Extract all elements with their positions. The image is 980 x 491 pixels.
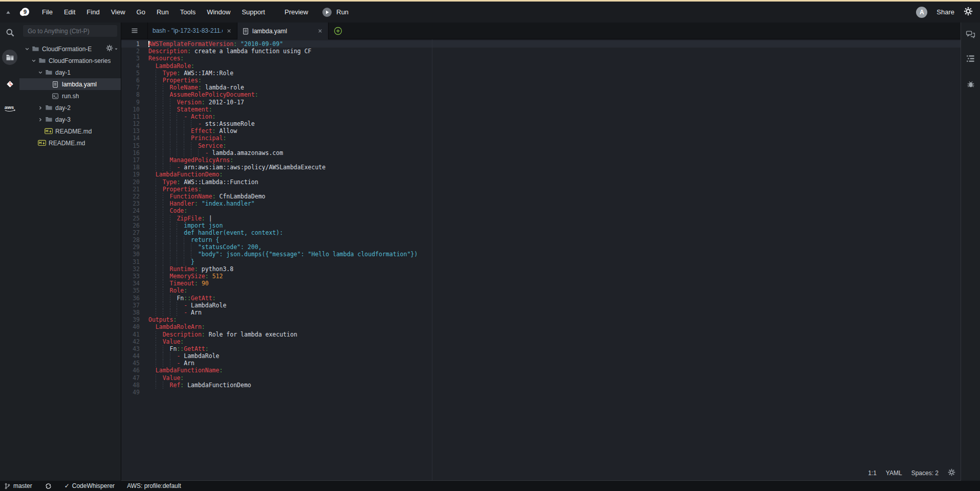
code-line[interactable]: return {: [148, 236, 961, 243]
tab-bash-ip-172-31-83-211-e[interactable]: bash - "ip-172-31-83-211.e: [148, 23, 237, 39]
code-line[interactable]: LambdaFunctionDemo:: [148, 171, 961, 178]
line-number[interactable]: 17: [121, 157, 145, 164]
tree-item-readme-md[interactable]: README.md: [19, 137, 121, 149]
line-number[interactable]: 13: [121, 127, 145, 135]
line-number[interactable]: 10: [121, 106, 145, 113]
menu-window[interactable]: Window: [201, 8, 236, 16]
code-line[interactable]: - LambdaRole: [148, 302, 961, 309]
code-line[interactable]: - sts:AssumeRole: [148, 120, 961, 127]
run-button[interactable]: Run: [322, 8, 349, 17]
menu-tools[interactable]: Tools: [175, 8, 201, 16]
line-number[interactable]: 48: [121, 382, 145, 389]
code-line[interactable]: AWSTemplateFormatVersion: "2010-09-09": [148, 40, 961, 48]
menu-find[interactable]: Find: [81, 8, 105, 16]
line-number[interactable]: 47: [121, 374, 145, 382]
line-number[interactable]: 41: [121, 331, 145, 338]
line-number[interactable]: 11: [121, 113, 145, 120]
code-line[interactable]: LambdaFunctionName:: [148, 367, 961, 374]
line-number[interactable]: 16: [121, 149, 145, 157]
cursor-position[interactable]: 1:1: [868, 470, 877, 477]
code-line[interactable]: MemorySize: 512: [148, 273, 961, 280]
code-line[interactable]: Properties:: [148, 77, 961, 84]
code-line[interactable]: Principal:: [148, 135, 961, 142]
menu-view[interactable]: View: [105, 8, 131, 16]
code-line[interactable]: "body": json.dumps({"message": "Hello la…: [148, 251, 961, 258]
line-number[interactable]: 31: [121, 258, 145, 265]
line-number[interactable]: 25: [121, 215, 145, 222]
line-number[interactable]: 15: [121, 142, 145, 149]
gutter[interactable]: 1234567891011121314151617181920212223242…: [121, 39, 145, 480]
git-branch-selector[interactable]: master: [4, 482, 32, 489]
code-line[interactable]: Version: 2012-10-17: [148, 99, 961, 106]
line-number[interactable]: 14: [121, 135, 145, 142]
line-number[interactable]: 20: [121, 178, 145, 186]
line-number[interactable]: 12: [121, 120, 145, 127]
code-line[interactable]: Description: Role for lambda execution: [148, 331, 961, 338]
collapse-menubar-icon[interactable]: [5, 9, 11, 15]
syntax-mode-button[interactable]: YAML: [886, 470, 902, 477]
line-number[interactable]: 4: [121, 62, 145, 70]
menu-run[interactable]: Run: [151, 8, 175, 16]
code-line[interactable]: - arn:aws:iam::aws:policy/AWSLambdaExecu…: [148, 164, 961, 171]
cloud9-logo-icon[interactable]: 9: [18, 6, 30, 18]
line-number[interactable]: 40: [121, 323, 145, 330]
rail-source-control-icon[interactable]: [5, 79, 15, 89]
preview-button[interactable]: Preview: [285, 8, 308, 16]
tree-item-run-sh[interactable]: run.sh: [19, 90, 121, 102]
share-button[interactable]: Share: [937, 8, 954, 16]
code-line[interactable]: RoleName: lambda-role: [148, 84, 961, 91]
code-line[interactable]: Code:: [148, 207, 961, 214]
rail-file-explorer-icon[interactable]: [2, 50, 17, 65]
code-line[interactable]: - Arn: [148, 360, 961, 367]
line-number[interactable]: 3: [121, 55, 145, 62]
line-number[interactable]: 49: [121, 389, 145, 396]
line-number[interactable]: 24: [121, 207, 145, 214]
line-number[interactable]: 46: [121, 367, 145, 374]
tree-item-day-3[interactable]: day-3: [19, 114, 121, 125]
code-line[interactable]: Type: AWS::IAM::Role: [148, 70, 961, 77]
goto-anything-input[interactable]: [23, 25, 117, 37]
line-number[interactable]: 39: [121, 316, 145, 323]
line-number[interactable]: 28: [121, 236, 145, 243]
line-number[interactable]: 18: [121, 164, 145, 171]
line-number[interactable]: 37: [121, 302, 145, 309]
code-line[interactable]: Fn::GetAtt:: [148, 345, 961, 352]
code-line[interactable]: }: [148, 258, 961, 265]
code-line[interactable]: Description: create a lambda function us…: [148, 48, 961, 55]
line-number[interactable]: 23: [121, 200, 145, 207]
code-line[interactable]: FunctionName: CfnLambdaDemo: [148, 193, 961, 200]
line-number[interactable]: 29: [121, 243, 145, 251]
chevron-right-icon[interactable]: [37, 117, 44, 122]
code-editor[interactable]: 1234567891011121314151617181920212223242…: [121, 39, 961, 480]
tab-list-menu-button[interactable]: [121, 23, 148, 39]
close-icon[interactable]: [226, 28, 232, 34]
code-line[interactable]: Statement:: [148, 106, 961, 113]
code-line[interactable]: import json: [148, 222, 961, 229]
line-number[interactable]: 33: [121, 273, 145, 280]
menu-edit[interactable]: Edit: [58, 8, 81, 16]
tab-lambda-yaml[interactable]: lambda.yaml: [237, 23, 329, 39]
code-line[interactable]: [148, 389, 961, 396]
code-line[interactable]: - lambda.amazonaws.com: [148, 149, 961, 157]
chevron-down-icon[interactable]: [30, 58, 37, 63]
menu-go[interactable]: Go: [131, 8, 151, 16]
line-number[interactable]: 27: [121, 229, 145, 236]
line-number[interactable]: 21: [121, 186, 145, 193]
rail-search-icon[interactable]: [5, 28, 15, 37]
code-line[interactable]: ManagedPolicyArns:: [148, 157, 961, 164]
preferences-gear-icon[interactable]: [964, 7, 973, 17]
rail-outline-icon[interactable]: [966, 54, 975, 63]
code-line[interactable]: - Action:: [148, 113, 961, 120]
code-line[interactable]: Properties:: [148, 186, 961, 193]
code-line[interactable]: - Arn: [148, 309, 961, 316]
chevron-down-icon[interactable]: [24, 47, 31, 52]
chevron-right-icon[interactable]: [37, 105, 44, 110]
tree-item-lambda-yaml[interactable]: lambda.yaml: [19, 78, 121, 90]
codewhisperer-status[interactable]: ✓ CodeWhisperer: [64, 482, 115, 489]
explorer-settings[interactable]: [106, 43, 119, 55]
code-line[interactable]: Ref: LambdaFunctionDemo: [148, 382, 961, 389]
line-number[interactable]: 26: [121, 222, 145, 229]
tree-item-cloudformation-series[interactable]: CloudFormation-series: [19, 55, 121, 66]
new-tab-button[interactable]: [334, 23, 342, 39]
code-line[interactable]: Type: AWS::Lambda::Function: [148, 178, 961, 186]
